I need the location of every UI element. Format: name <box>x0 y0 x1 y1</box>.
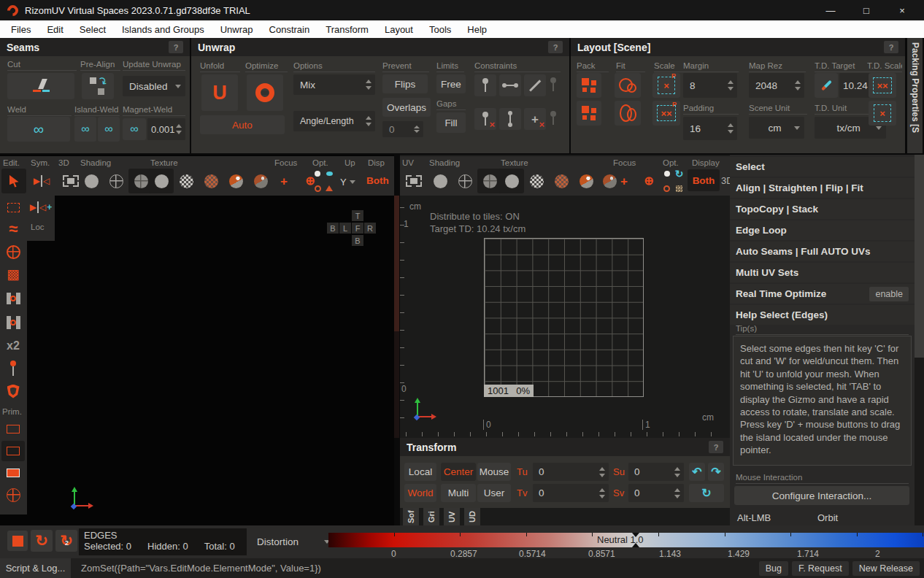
uv-tile-grid[interactable] <box>484 238 644 397</box>
unwrap-help-button[interactable]: ? <box>548 41 563 53</box>
x2-button[interactable]: x2 <box>1 336 25 355</box>
packing-properties-tab[interactable]: Packing Properties [S <box>907 38 923 153</box>
menu-layout[interactable]: Layout <box>377 24 421 35</box>
constraint-remove-cross-button[interactable]: +× <box>524 108 546 130</box>
menu-edit[interactable]: Edit <box>39 24 71 35</box>
prim-rect-button[interactable] <box>1 419 25 439</box>
layout-help-button[interactable]: ? <box>884 41 898 53</box>
viewcube-front[interactable]: F <box>352 223 363 234</box>
prevent-overlaps-button[interactable]: Overlaps <box>382 98 431 117</box>
constraint-pin-button[interactable] <box>474 74 496 96</box>
viewcube-right[interactable]: R <box>364 223 376 234</box>
sidebar-item-edge-loop[interactable]: Edge Loop <box>730 220 915 240</box>
fit-selected-button[interactable] <box>615 101 641 126</box>
constraint-vertical-button[interactable] <box>499 108 521 130</box>
scale-button[interactable]: ×P <box>652 73 680 98</box>
menu-help[interactable]: Help <box>459 24 495 35</box>
uv-shading-wire-button[interactable] <box>453 169 477 193</box>
sv-field[interactable]: 0 <box>628 484 684 502</box>
uv-options-cluster[interactable]: ↻ <box>661 167 685 195</box>
margin-spinner[interactable]: 8 <box>683 73 737 98</box>
texture-checker-shaded-button[interactable] <box>199 169 223 193</box>
minimize-button[interactable]: — <box>816 5 845 16</box>
options-metric-spinner[interactable]: Angle/Length <box>293 111 375 131</box>
island-weld-button-1[interactable]: ∞ <box>74 117 96 142</box>
uv-texture-checker-button[interactable] <box>524 169 549 193</box>
island-weld-button-2[interactable]: ∞ <box>98 117 120 142</box>
element-mode-button[interactable] <box>7 531 28 551</box>
viewcube-top[interactable]: T <box>352 210 363 221</box>
optimize-button[interactable] <box>247 74 283 111</box>
menu-files[interactable]: Files <box>3 24 39 35</box>
neutral-marker-bottom[interactable] <box>632 543 639 547</box>
pivot-multi-button[interactable]: Multi <box>441 484 476 502</box>
menu-constrain[interactable]: Constrain <box>261 24 318 35</box>
uv-shading-wireshaded-button[interactable] <box>477 169 502 193</box>
constraint-horizontal-button[interactable] <box>499 74 521 96</box>
marquee-select-button[interactable] <box>1 197 25 217</box>
sidebar-scrollbar-thumb[interactable] <box>915 155 924 358</box>
frame-all-uv-button[interactable] <box>400 169 428 193</box>
cut-button[interactable] <box>7 73 74 99</box>
magnet-weld-arrows[interactable] <box>176 124 182 134</box>
unfold-button[interactable]: U <box>201 74 238 111</box>
close-button[interactable]: × <box>888 5 917 16</box>
loop2-mode-button[interactable]: ↻ 2 <box>55 530 77 552</box>
select-tool-button[interactable] <box>1 169 26 193</box>
symmetry-local-button[interactable]: ▶◁+ <box>28 197 53 217</box>
sidebar-item-topocopy[interactable]: TopoCopy | Stack <box>730 199 915 219</box>
prealign-button[interactable]: ↷ <box>82 73 114 99</box>
redo-button[interactable]: ↷ <box>708 463 724 481</box>
texture-none-button[interactable] <box>149 169 174 193</box>
prevent-flips-button[interactable]: Flips <box>382 74 428 93</box>
feature-request-button[interactable]: F. Request <box>792 561 849 576</box>
prevent-value-spinner[interactable]: 0 <box>382 121 423 137</box>
tdscale-pair-button[interactable]: ×× <box>869 73 896 98</box>
padding-spinner[interactable]: 16 <box>683 117 737 140</box>
tab-soft[interactable]: Sof <box>403 508 419 526</box>
pivot-user-button[interactable]: User <box>477 484 511 502</box>
tv-field[interactable]: 0 <box>533 484 609 502</box>
undo-button[interactable]: ↶ <box>689 463 705 481</box>
maximize-button[interactable]: □ <box>852 5 881 16</box>
shading-solid-button[interactable] <box>79 169 104 193</box>
tdscale-button[interactable]: × <box>869 101 896 126</box>
new-release-button[interactable]: New Release <box>852 561 920 576</box>
viewcube-back[interactable]: B <box>327 223 339 234</box>
deform-brush-button[interactable]: ≈ <box>1 219 25 239</box>
uv-texture-checker-shaded-button[interactable] <box>549 169 574 193</box>
pivot-center-button[interactable]: Center <box>441 463 476 481</box>
texture-image-shaded-button[interactable] <box>248 169 273 193</box>
disp-both-button[interactable]: Both <box>366 175 389 186</box>
transform-help-button[interactable]: ? <box>709 441 723 453</box>
prim-rect-filled-button[interactable] <box>1 463 25 483</box>
pinch-mesh-button[interactable]: ▩ <box>1 263 25 284</box>
enable-button[interactable]: enable <box>869 287 909 301</box>
sphere-mesh-button[interactable] <box>1 242 25 262</box>
focus-selection-button[interactable]: + <box>272 169 296 193</box>
tab-uv[interactable]: UV <box>444 508 460 526</box>
viewcube-left[interactable]: L <box>339 223 351 234</box>
su-field[interactable]: 0 <box>628 463 684 481</box>
shading-wire-button[interactable] <box>104 169 128 193</box>
fit-button[interactable] <box>615 73 641 98</box>
sidebar-item-auto-seams[interactable]: Auto Seams | Full AUTO UVs <box>730 242 915 261</box>
constraint-diagonal-button[interactable] <box>524 74 546 96</box>
script-log-button[interactable]: Script & Log... <box>0 558 71 578</box>
limits-free-button[interactable]: Free <box>436 74 466 93</box>
tu-field[interactable]: 0 <box>533 463 609 481</box>
uv-vertical-scrollbar-thumb[interactable] <box>394 196 399 331</box>
uv-vertical-scrollbar[interactable] <box>394 196 399 438</box>
tab-grid[interactable]: Gri <box>423 508 439 526</box>
uv-texture-image-button[interactable] <box>574 169 598 193</box>
seams-help-button[interactable]: ? <box>169 41 183 53</box>
bug-button[interactable]: Bug <box>759 561 788 576</box>
update-unwrap-dropdown[interactable]: Disabled <box>123 76 185 96</box>
magnet-weld-spinner[interactable]: 0.001 <box>147 118 185 140</box>
menu-select[interactable]: Select <box>72 24 114 35</box>
clamp-u-button[interactable] <box>1 288 25 309</box>
pack-button[interactable] <box>577 73 601 98</box>
uv-focus-all-button[interactable]: ⊕ <box>636 169 661 193</box>
viewport-options-cluster[interactable] <box>312 167 334 195</box>
distortion-gradient[interactable]: Neutral 1.0 <box>328 533 924 547</box>
